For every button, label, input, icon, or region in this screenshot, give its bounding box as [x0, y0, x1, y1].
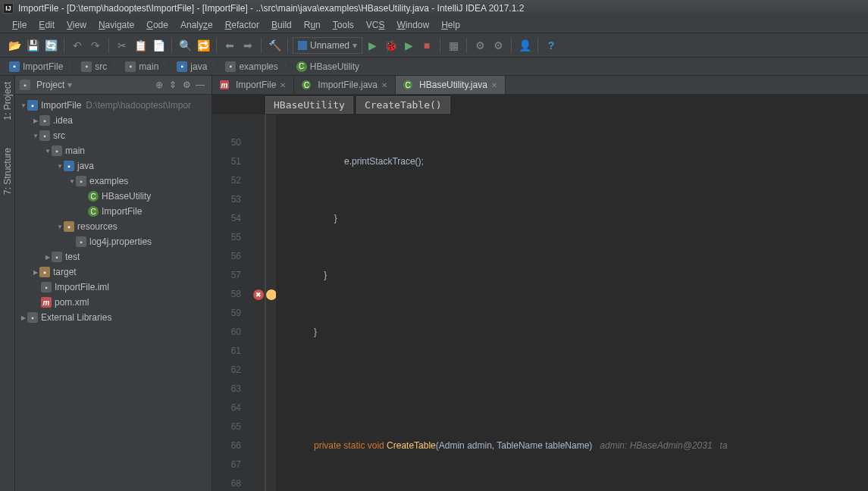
project-panel-title: Project — [36, 80, 64, 90]
paste-icon[interactable]: 📄 — [150, 37, 167, 54]
tab-importfile-java[interactable]: CImportFile.java✕ — [294, 76, 396, 94]
help-icon[interactable]: ? — [543, 37, 559, 54]
crumb-src[interactable]: ▪src — [78, 61, 110, 72]
menu-window[interactable]: Window — [390, 18, 435, 32]
fold-bar[interactable] — [265, 114, 276, 491]
build-icon[interactable]: 🔨 — [266, 37, 283, 54]
debug-icon[interactable]: 🐞 — [382, 37, 399, 54]
toolbar: 📂 💾 🔄 ↶ ↷ ✂ 📋 📄 🔍 🔁 ⬅ ➡ 🔨 Unnamed ▾ ▶ 🐞 … — [0, 33, 868, 58]
structure-icon[interactable]: ▦ — [445, 37, 462, 54]
tab-importfile-module[interactable]: mImportFile✕ — [212, 76, 294, 94]
menu-help[interactable]: Help — [435, 18, 466, 32]
redo-icon[interactable]: ↷ — [87, 37, 104, 54]
tool-structure[interactable]: 7: Structure — [1, 145, 14, 198]
copy-icon[interactable]: 📋 — [132, 37, 149, 54]
close-icon[interactable]: ✕ — [491, 81, 497, 89]
menu-code[interactable]: Code — [140, 18, 174, 32]
collapse-icon[interactable]: ⇕ — [166, 78, 180, 92]
menu-vcs[interactable]: VCS — [360, 18, 391, 32]
menu-build[interactable]: Build — [265, 18, 298, 32]
menu-navigate[interactable]: Navigate — [92, 18, 140, 32]
nav-bar: ▪ImportFile〉 ▪src〉 ▪main〉 ▪java〉 ▪exampl… — [0, 58, 868, 76]
target-icon[interactable]: ⊕ — [152, 78, 166, 92]
open-icon[interactable]: 📂 — [6, 37, 23, 54]
run-config-selector[interactable]: Unnamed ▾ — [293, 37, 362, 54]
sync-icon[interactable]: 🔄 — [42, 37, 59, 54]
settings-a-icon[interactable]: ⚙ — [472, 37, 488, 54]
menu-view[interactable]: View — [61, 18, 92, 32]
crumb-examples[interactable]: ▪examples — [222, 61, 280, 72]
tool-project[interactable]: 1: Project — [1, 79, 14, 124]
menu-refactor[interactable]: Refactor — [219, 18, 265, 32]
run-icon[interactable]: ▶ — [364, 37, 381, 54]
find-icon[interactable]: 🔍 — [177, 37, 193, 54]
coverage-icon[interactable]: ▶ — [400, 37, 417, 54]
menu-file[interactable]: File — [6, 18, 33, 32]
title-bar: IJ ImportFile - [D:\temp\hadooptest\Impo… — [0, 0, 868, 17]
back-icon[interactable]: ⬅ — [221, 37, 238, 54]
menu-bar: File Edit View Navigate Code Analyze Ref… — [0, 17, 868, 33]
save-icon[interactable]: 💾 — [24, 37, 41, 54]
app-icon: IJ — [3, 3, 14, 14]
window-title: ImportFile - [D:\temp\hadooptest\ImportF… — [18, 3, 524, 14]
module-icon — [298, 41, 307, 50]
close-icon[interactable]: ✕ — [280, 81, 286, 89]
gear-icon[interactable]: ⚙ — [180, 78, 193, 92]
gutter[interactable]: 50 51 52 53 54 55 56 57 58 59 60 61 62 6… — [212, 114, 252, 491]
code-content[interactable]: e.printStackTrace(); } } } private stati… — [276, 114, 868, 491]
run-config-label: Unnamed — [310, 40, 349, 51]
crumb-class-scope[interactable]: HBaseUtility — [265, 96, 353, 114]
cut-icon[interactable]: ✂ — [114, 37, 130, 54]
project-tree[interactable]: ▼▪ImportFileD:\temp\hadooptest\Impor ▶▪.… — [15, 95, 212, 491]
crumb-main[interactable]: ▪main — [122, 61, 161, 72]
forward-icon[interactable]: ➡ — [240, 37, 256, 54]
intention-bulb-icon[interactable] — [266, 289, 277, 300]
gutter-icons: ✖ — [252, 114, 265, 491]
user-icon[interactable]: 👤 — [516, 37, 533, 54]
close-icon[interactable]: ✕ — [381, 81, 387, 89]
replace-icon[interactable]: 🔁 — [195, 37, 212, 54]
menu-analyze[interactable]: Analyze — [174, 18, 219, 32]
project-header: ▪Project ▾ ⊕ ⇕ ⚙ — — [15, 76, 212, 95]
error-icon[interactable]: ✖ — [253, 289, 264, 300]
tab-hbaseutility-java[interactable]: CHBaseUtility.java✕ — [396, 76, 506, 94]
crumb-class[interactable]: CHBaseUtility — [293, 61, 362, 72]
editor-breadcrumb: HBaseUtility CreateTable() — [212, 95, 868, 114]
crumb-method-scope[interactable]: CreateTable() — [356, 96, 450, 114]
settings-b-icon[interactable]: ⚙ — [490, 37, 506, 54]
hide-icon[interactable]: — — [193, 78, 207, 92]
editor-pane: mImportFile✕ CImportFile.java✕ CHBaseUti… — [212, 76, 868, 491]
crumb-project[interactable]: ▪ImportFile — [6, 61, 66, 72]
editor-tabs: mImportFile✕ CImportFile.java✕ CHBaseUti… — [212, 76, 868, 95]
menu-edit[interactable]: Edit — [33, 18, 61, 32]
menu-run[interactable]: Run — [298, 18, 327, 32]
project-pane: ▪Project ▾ ⊕ ⇕ ⚙ — ▼▪ImportFileD:\temp\h… — [15, 76, 212, 491]
stop-icon[interactable]: ■ — [418, 37, 435, 54]
tool-window-bar: 1: Project 7: Structure — [0, 76, 15, 491]
menu-tools[interactable]: Tools — [327, 18, 360, 32]
chevron-down-icon: ▾ — [353, 40, 357, 51]
crumb-java[interactable]: ▪java — [174, 61, 210, 72]
code-area[interactable]: 50 51 52 53 54 55 56 57 58 59 60 61 62 6… — [212, 114, 868, 491]
undo-icon[interactable]: ↶ — [69, 37, 86, 54]
